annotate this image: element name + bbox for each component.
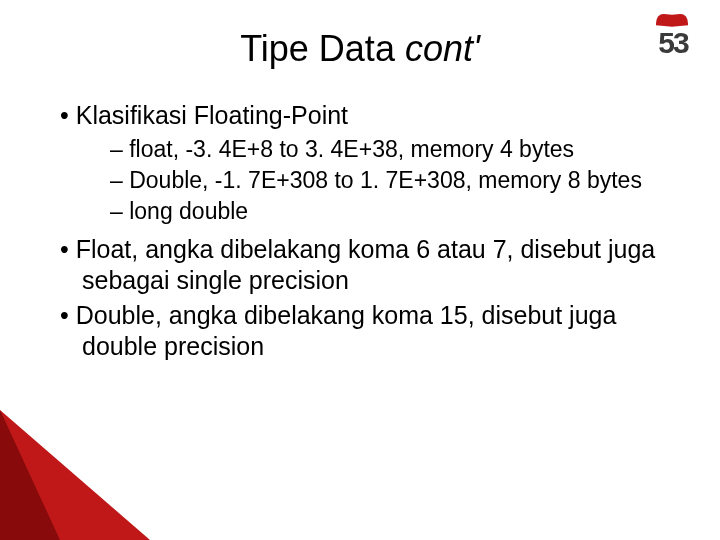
bullet-text: Klasifikasi Floating-Point	[76, 101, 348, 129]
corner-accent-dark-icon	[0, 410, 60, 540]
bullet-level2: float, -3. 4E+8 to 3. 4E+38, memory 4 by…	[110, 135, 670, 164]
bullet-level1: Klasifikasi Floating-Point	[60, 100, 670, 131]
title-text-plain: Tipe Data	[240, 28, 405, 69]
logo-icon: 53	[648, 14, 698, 62]
bullet-level1: Double, angka dibelakang koma 15, disebu…	[60, 300, 670, 363]
logo-number: 53	[648, 26, 698, 60]
bullet-level1: Float, angka dibelakang koma 6 atau 7, d…	[60, 234, 670, 297]
bullet-text: Double, -1. 7E+308 to 1. 7E+308, memory …	[129, 167, 642, 193]
bullet-text: long double	[129, 198, 248, 224]
bullet-text: Double, angka dibelakang koma 15, disebu…	[76, 301, 617, 360]
logo-book-right	[672, 13, 688, 27]
slide: 53 Tipe Data cont' Klasifikasi Floating-…	[0, 0, 720, 540]
slide-content: Klasifikasi Floating-Point float, -3. 4E…	[50, 100, 670, 363]
bullet-level2: long double	[110, 197, 670, 226]
bullet-text: float, -3. 4E+8 to 3. 4E+38, memory 4 by…	[129, 136, 574, 162]
title-text-italic: cont'	[405, 28, 480, 69]
bullet-text: Float, angka dibelakang koma 6 atau 7, d…	[76, 235, 656, 294]
bullet-level2: Double, -1. 7E+308 to 1. 7E+308, memory …	[110, 166, 670, 195]
logo-book-left	[656, 13, 672, 27]
slide-title: Tipe Data cont'	[50, 28, 670, 70]
